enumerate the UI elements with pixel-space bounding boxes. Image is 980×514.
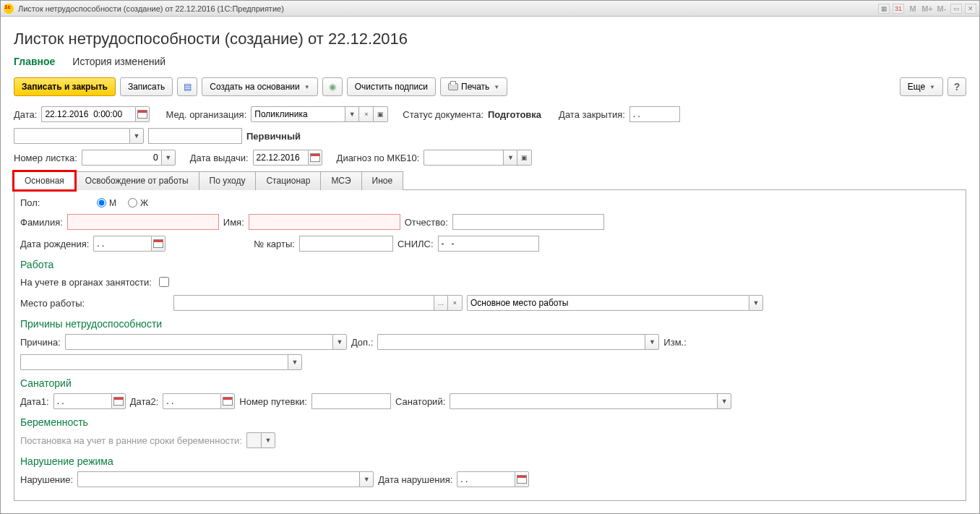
workplace-type-input[interactable] xyxy=(467,295,749,311)
clear-sign-button[interactable]: Очистить подписи xyxy=(347,77,436,96)
calendar-button[interactable] xyxy=(135,106,150,122)
clear-button[interactable]: × xyxy=(359,106,374,122)
date1-input[interactable] xyxy=(53,393,111,409)
calendar-icon xyxy=(223,397,233,406)
calc-icon[interactable]: ▦ xyxy=(878,4,890,14)
dropdown-button[interactable]: ▼ xyxy=(332,334,347,350)
lastname-input[interactable] xyxy=(67,214,219,230)
unknown-select-1: ▼ xyxy=(14,128,144,144)
dropdown-button[interactable]: ▼ xyxy=(288,354,302,370)
calendar-button[interactable] xyxy=(308,150,322,166)
mem-m-button[interactable]: M xyxy=(907,4,919,14)
section-reasons: Причины нетрудоспособности xyxy=(20,318,960,330)
open-button[interactable]: ▣ xyxy=(517,150,532,166)
save-close-button[interactable]: Записать и закрыть xyxy=(14,77,116,96)
clear-button[interactable]: × xyxy=(448,295,463,311)
select-button[interactable]: … xyxy=(434,295,448,311)
tab-other[interactable]: Иное xyxy=(362,171,404,190)
sanatorium-group: ▼ xyxy=(450,393,731,409)
sheetnum-input[interactable] xyxy=(82,150,161,166)
chevron-down-icon: ▼ xyxy=(494,84,499,90)
dropdown-button[interactable]: ▼ xyxy=(749,295,763,311)
birth-input[interactable] xyxy=(93,236,151,252)
dropdown-button[interactable]: ▼ xyxy=(359,471,374,487)
violation-input[interactable] xyxy=(77,471,359,487)
calendar-icon xyxy=(153,239,163,248)
calendar-button[interactable] xyxy=(515,471,529,487)
diag-label: Диагноз по МКБ10: xyxy=(337,153,420,163)
snils-label: СНИЛС: xyxy=(397,239,434,249)
dropdown-button[interactable]: ▼ xyxy=(129,128,144,144)
dropdown-button[interactable]: ▼ xyxy=(503,150,517,166)
reason-label: Причина: xyxy=(20,337,61,348)
medorg-input[interactable] xyxy=(251,106,345,122)
save-button[interactable]: Записать xyxy=(120,77,173,96)
dropdown-button[interactable]: ▼ xyxy=(345,106,359,122)
tab-care[interactable]: По уходу xyxy=(199,171,257,190)
status-value: Подготовка xyxy=(488,109,541,120)
status-label: Статус документа: xyxy=(403,109,483,120)
sex-f-radio[interactable]: Ж xyxy=(128,198,148,208)
issuedate-label: Дата выдачи: xyxy=(190,153,249,163)
date1-group xyxy=(53,393,126,409)
close-button[interactable]: ✕ xyxy=(965,4,976,14)
calendar-button[interactable] xyxy=(220,393,235,409)
mem-mminus-button[interactable]: M- xyxy=(936,4,947,14)
list-icon-button[interactable]: ▤ xyxy=(177,77,197,96)
app-logo-icon xyxy=(4,4,14,14)
print-button[interactable]: Печать▼ xyxy=(440,77,507,96)
dop-input[interactable] xyxy=(377,334,645,350)
employment-checkbox[interactable] xyxy=(159,277,169,287)
unknown-input-2[interactable] xyxy=(148,128,242,144)
create-based-button[interactable]: Создать на основании▼ xyxy=(202,77,317,96)
date-input-group xyxy=(41,106,150,122)
dropdown-button[interactable]: ▼ xyxy=(161,150,176,166)
calendar-button[interactable] xyxy=(111,393,126,409)
section-sanatorium: Санаторий xyxy=(20,377,960,389)
sanatorium-input[interactable] xyxy=(450,393,717,409)
globe-icon-button[interactable]: ◉ xyxy=(322,77,343,96)
open-button[interactable]: ▣ xyxy=(374,106,388,122)
mem-mplus-button[interactable]: M+ xyxy=(921,4,933,14)
lastname-label: Фамилия: xyxy=(20,217,63,228)
violation-date-input[interactable] xyxy=(457,471,515,487)
more-button[interactable]: Еще▼ xyxy=(900,77,943,96)
card-input[interactable] xyxy=(299,236,393,252)
calendar-icon xyxy=(113,397,124,406)
chevron-down-icon: ▼ xyxy=(929,84,935,90)
patronymic-input[interactable] xyxy=(452,214,604,230)
issuedate-input[interactable] xyxy=(253,150,308,166)
nav-main[interactable]: Главное xyxy=(14,56,55,67)
minimize-button[interactable]: ▭ xyxy=(950,4,962,14)
date-input[interactable] xyxy=(41,106,135,122)
tab-mse[interactable]: МСЭ xyxy=(321,171,361,190)
izm-input[interactable] xyxy=(20,354,288,370)
primary-label: Первичный xyxy=(246,131,301,142)
dropdown-button[interactable]: ▼ xyxy=(645,334,659,350)
tab-hospital[interactable]: Стационар xyxy=(256,171,321,190)
workplace-group: … × xyxy=(173,295,463,311)
tab-main[interactable]: Основная xyxy=(14,171,75,190)
tab-release[interactable]: Освобождение от работы xyxy=(75,171,199,190)
dropdown-button[interactable]: ▼ xyxy=(717,393,731,409)
calendar-button[interactable] xyxy=(151,236,166,252)
reason-input[interactable] xyxy=(65,334,332,350)
select-input[interactable] xyxy=(14,128,129,144)
calendar-icon xyxy=(517,475,527,484)
snils-input[interactable] xyxy=(438,236,539,252)
date2-input[interactable] xyxy=(163,393,220,409)
dop-label: Доп.: xyxy=(351,337,373,348)
nav-history[interactable]: История изменений xyxy=(72,56,166,67)
firstname-input[interactable] xyxy=(249,214,400,230)
diag-input[interactable] xyxy=(424,150,503,166)
content-area: Листок нетрудоспособности (создание) от … xyxy=(1,17,979,508)
calendar-icon[interactable]: 31 xyxy=(893,4,904,14)
titlebar: Листок нетрудоспособности (создание) от … xyxy=(1,1,979,17)
voucher-input[interactable] xyxy=(311,393,391,409)
closedate-input[interactable] xyxy=(629,106,680,122)
workplace-input[interactable] xyxy=(173,295,434,311)
page-title: Листок нетрудоспособности (создание) от … xyxy=(14,30,966,48)
sex-m-radio[interactable]: М xyxy=(97,198,116,208)
window-title: Листок нетрудоспособности (создание) от … xyxy=(18,4,878,13)
help-button[interactable]: ? xyxy=(947,77,966,96)
